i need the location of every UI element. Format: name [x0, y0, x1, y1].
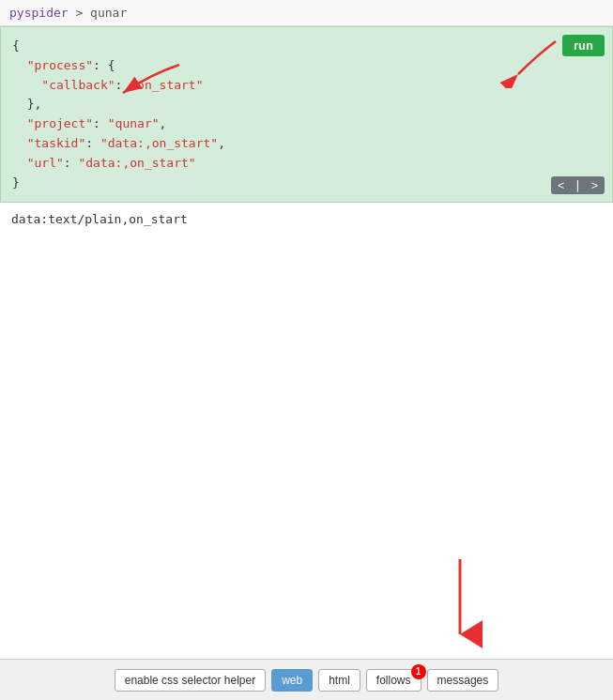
web-button[interactable]: web — [271, 669, 313, 692]
follows-badge: 1 — [411, 664, 426, 679]
messages-button[interactable]: messages — [427, 669, 499, 692]
code-block: { "process": { "callback": "on_start" },… — [12, 37, 601, 192]
nav-next-button[interactable]: > — [584, 176, 605, 194]
breadcrumb: pyspider > qunar — [0, 0, 613, 26]
run-button[interactable]: run — [562, 35, 605, 56]
result-text: data:text/plain,on_start — [11, 212, 188, 226]
bottom-toolbar: enable css selector helper web html foll… — [0, 659, 613, 700]
breadcrumb-parent-link[interactable]: pyspider — [9, 6, 69, 20]
nav-arrows: < | > — [551, 176, 605, 194]
big-down-arrow — [432, 555, 488, 648]
result-area: data:text/plain,on_start — [0, 203, 613, 236]
nav-separator: | — [572, 176, 585, 194]
code-panel: { "process": { "callback": "on_start" },… — [0, 26, 613, 203]
css-selector-helper-button[interactable]: enable css selector helper — [115, 669, 266, 692]
html-button[interactable]: html — [318, 669, 360, 692]
nav-prev-button[interactable]: < — [551, 176, 572, 194]
follows-label: follows — [376, 674, 411, 687]
breadcrumb-separator: > — [75, 6, 90, 20]
follows-button[interactable]: follows 1 — [366, 669, 421, 692]
breadcrumb-current: qunar — [90, 6, 127, 20]
